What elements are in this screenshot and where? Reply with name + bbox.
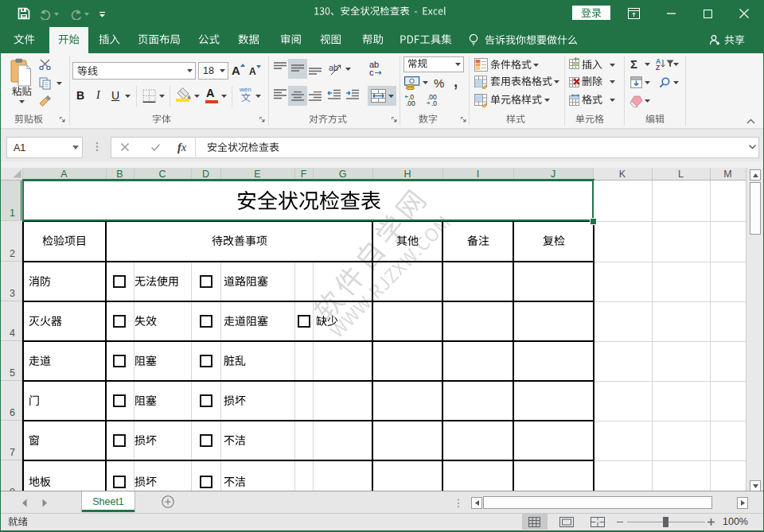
svg-text:ab: ab — [329, 63, 338, 72]
svg-text:.0: .0 — [431, 99, 437, 107]
svg-text:Z: Z — [656, 64, 660, 70]
svg-text:.00: .00 — [406, 99, 415, 107]
svg-text:c: c — [369, 68, 374, 76]
